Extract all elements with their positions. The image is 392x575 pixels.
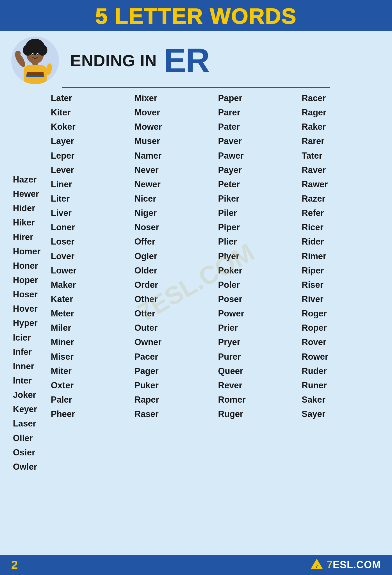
- list-item: Pacer: [133, 350, 216, 364]
- list-item: Paler: [49, 393, 133, 407]
- list-item: Razer: [300, 191, 384, 206]
- header-section: 5 LETTER WORDS: [0, 0, 392, 31]
- list-item: Rager: [300, 105, 384, 120]
- list-item: Piler: [216, 206, 300, 220]
- list-item: Mower: [133, 120, 216, 134]
- list-item: Mixer: [133, 91, 216, 105]
- list-item: Roger: [300, 306, 384, 321]
- list-item: Hewer: [11, 187, 49, 201]
- list-item: Inter: [11, 373, 49, 388]
- list-item: Oxter: [49, 378, 133, 393]
- list-item: Icier: [11, 330, 49, 345]
- list-item: Romer: [216, 393, 300, 407]
- list-item: Newer: [133, 177, 216, 191]
- list-item: Namer: [133, 149, 216, 163]
- list-item: Owner: [133, 335, 216, 349]
- list-item: Tater: [300, 149, 384, 163]
- list-item: Poler: [216, 278, 300, 292]
- list-item: Pawer: [216, 149, 300, 163]
- list-item: Pheer: [49, 407, 133, 421]
- list-item: Joker: [11, 388, 49, 402]
- list-item: Later: [49, 91, 133, 105]
- svg-point-3: [15, 51, 20, 56]
- list-item: Ogler: [133, 249, 216, 263]
- list-item: Hoser: [11, 287, 49, 302]
- footer-logo: 7 7ESL.COM: [310, 558, 381, 572]
- list-item: Maker: [49, 278, 133, 292]
- list-item: Sayer: [300, 407, 384, 421]
- ending-text-block: ENDING IN ER: [70, 44, 381, 77]
- list-item: Mover: [133, 105, 216, 120]
- character-illustration: [11, 36, 59, 84]
- list-item: Plyer: [216, 249, 300, 263]
- logo-text: 7ESL.COM: [327, 559, 381, 571]
- list-item: Hider: [11, 201, 49, 215]
- left-word-column: HazerHewerHiderHikerHirerHomerHonerHoper…: [8, 91, 49, 474]
- ending-letters: ER: [164, 44, 209, 77]
- list-item: Order: [133, 278, 216, 292]
- svg-point-16: [37, 54, 38, 55]
- list-item: Prier: [216, 321, 300, 335]
- list-item: Lover: [49, 249, 133, 263]
- list-item: Hazer: [11, 172, 49, 187]
- list-item: Plier: [216, 234, 300, 249]
- grid-column: PaperParerPaterPaverPawerPayerPeterPiker…: [216, 91, 300, 474]
- list-item: Lower: [49, 263, 133, 278]
- list-item: Inner: [11, 359, 49, 373]
- list-item: Honer: [11, 259, 49, 273]
- list-item: Purer: [216, 350, 300, 364]
- page-number: 2: [11, 558, 18, 572]
- list-item: Ruger: [216, 407, 300, 421]
- list-item: Poser: [216, 292, 300, 306]
- list-item: Piker: [216, 191, 300, 206]
- list-item: Hiker: [11, 215, 49, 230]
- list-item: Nicer: [133, 191, 216, 206]
- list-item: Power: [216, 306, 300, 321]
- footer-section: 2 7 7ESL.COM: [0, 555, 392, 575]
- list-item: Queer: [216, 364, 300, 378]
- list-item: Poker: [216, 263, 300, 278]
- list-item: Layer: [49, 134, 133, 148]
- list-item: Payer: [216, 163, 300, 177]
- list-item: Liner: [49, 177, 133, 191]
- list-item: Osier: [11, 445, 49, 460]
- logo-highlight: 7: [327, 559, 333, 571]
- list-item: Raker: [300, 120, 384, 134]
- list-item: Muser: [133, 134, 216, 148]
- list-item: Hoper: [11, 273, 49, 287]
- list-item: River: [300, 292, 384, 306]
- list-item: Leper: [49, 149, 133, 163]
- list-item: Roper: [300, 321, 384, 335]
- list-item: Keyer: [11, 402, 49, 416]
- list-item: Pater: [216, 120, 300, 134]
- list-item: Loner: [49, 220, 133, 234]
- list-item: Rimer: [300, 249, 384, 263]
- list-item: Peter: [216, 177, 300, 191]
- list-item: Ruder: [300, 364, 384, 378]
- list-item: Runer: [300, 378, 384, 393]
- grid-column: RacerRagerRakerRarerTaterRaverRawerRazer…: [300, 91, 384, 474]
- list-item: Parer: [216, 105, 300, 120]
- list-item: Loser: [49, 234, 133, 249]
- list-item: Otter: [133, 306, 216, 321]
- svg-rect-18: [27, 72, 43, 75]
- list-item: Kater: [49, 292, 133, 306]
- list-item: Paper: [216, 91, 300, 105]
- list-item: Rower: [300, 350, 384, 364]
- list-item: Noser: [133, 220, 216, 234]
- list-item: Pager: [133, 364, 216, 378]
- list-item: Hyper: [11, 316, 49, 330]
- list-item: Rover: [300, 335, 384, 349]
- list-item: Homer: [11, 244, 49, 259]
- svg-point-15: [32, 54, 33, 55]
- list-item: Rarer: [300, 134, 384, 148]
- list-item: Laser: [11, 416, 49, 431]
- list-item: Raser: [133, 407, 216, 421]
- list-item: Niger: [133, 206, 216, 220]
- list-item: Koker: [49, 120, 133, 134]
- main-word-grid: LaterKiterKokerLayerLeperLeverLinerLiter…: [49, 91, 384, 474]
- list-item: Paver: [216, 134, 300, 148]
- words-section: 7ESL.COM HazerHewerHiderHikerHirerHomerH…: [0, 88, 392, 477]
- list-item: Offer: [133, 234, 216, 249]
- ending-label: ENDING IN: [70, 51, 157, 70]
